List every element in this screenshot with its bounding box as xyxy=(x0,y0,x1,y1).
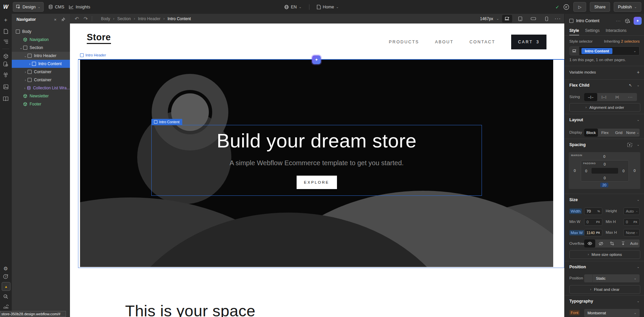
overflow-auto-option[interactable]: Auto xyxy=(629,239,640,247)
design-canvas[interactable]: Store PRODUCTS ABOUT CONTACT CART 3 Intr… xyxy=(70,24,564,317)
intro-content-selection[interactable]: Build your dream store A simple Webflow … xyxy=(151,125,482,196)
add-variable-mode-icon[interactable]: + xyxy=(637,70,640,75)
tab-style[interactable]: Style xyxy=(569,26,579,35)
element-options-icon[interactable]: ··· xyxy=(616,19,621,23)
nav-link-about[interactable]: ABOUT xyxy=(435,40,454,44)
pages-icon[interactable] xyxy=(2,27,10,35)
libraries-icon[interactable] xyxy=(2,95,10,103)
help-icon[interactable]: ? xyxy=(2,272,10,280)
width-field[interactable]: 70% xyxy=(584,208,602,215)
chevron-right-icon[interactable]: › xyxy=(28,62,32,66)
hero-title[interactable]: Build your dream store xyxy=(217,129,416,152)
display-flex-option[interactable]: Flex xyxy=(598,129,612,137)
inheriting-count[interactable]: 2 selectors xyxy=(621,39,640,43)
display-none-option[interactable]: None⌄ xyxy=(626,129,640,137)
sizing-fixed-option[interactable]: |×| xyxy=(611,93,624,101)
navigator-item-collection-list[interactable]: › Collection List Wra... xyxy=(12,84,70,92)
chevron-right-icon[interactable]: › xyxy=(23,70,28,74)
padding-right-value[interactable]: 0 xyxy=(622,169,624,173)
padding-top-value[interactable]: 0 xyxy=(604,162,606,166)
ai-sparkle-button[interactable]: ✦ xyxy=(634,17,642,25)
navigator-item-body[interactable]: Body xyxy=(12,28,70,36)
explore-button[interactable]: EXPLORE xyxy=(297,176,337,189)
navigator-item-intro-content[interactable]: › Intro Content xyxy=(12,60,70,68)
chevron-icon[interactable]: ⌄ xyxy=(637,198,640,201)
float-and-clear-button[interactable]: ›Float and clear xyxy=(569,285,640,294)
settings-gear-icon[interactable]: ⚙ xyxy=(2,265,10,273)
selector-class-pill[interactable]: Intro Content xyxy=(581,48,612,54)
intro-header-tag[interactable]: Intro Header xyxy=(80,53,106,57)
insights-button[interactable]: Insights xyxy=(69,5,90,9)
max-width-field[interactable]: 1140PX xyxy=(584,229,602,236)
intro-content-tag[interactable]: Intro Content xyxy=(151,119,182,125)
overflow-scroll-option[interactable] xyxy=(617,239,629,247)
display-block-option[interactable]: Block xyxy=(584,129,598,137)
assets-icon[interactable] xyxy=(2,83,10,91)
undo-icon[interactable]: ↶ xyxy=(75,16,79,22)
navigator-item-newsletter[interactable]: Newsletter xyxy=(12,92,70,100)
sizing-more-option[interactable]: ··· xyxy=(624,93,637,101)
design-mode-button[interactable]: Design ⌄ xyxy=(13,2,44,12)
cms-button[interactable]: CMS xyxy=(48,5,64,9)
overflow-visible-option[interactable] xyxy=(584,239,595,247)
breakpoint-phone-landscape-button[interactable] xyxy=(528,15,538,22)
nav-link-products[interactable]: PRODUCTS xyxy=(389,40,419,44)
navigator-item-container[interactable]: › Container xyxy=(12,76,70,84)
nav-link-contact[interactable]: CONTACT xyxy=(469,40,495,44)
navigator-icon[interactable] xyxy=(2,38,10,46)
sizing-shrink-option[interactable]: →|← xyxy=(584,93,597,101)
search-icon[interactable] xyxy=(2,292,10,301)
navigator-item-navigation[interactable]: Navigation xyxy=(12,36,70,44)
min-height-field[interactable]: 0PX xyxy=(623,218,640,226)
chevron-down-icon[interactable]: ⌄ xyxy=(19,46,23,50)
breakpoint-desktop-button[interactable] xyxy=(502,15,512,22)
tab-settings[interactable]: Settings xyxy=(585,26,600,35)
more-breakpoints-icon[interactable]: ··· xyxy=(555,16,561,22)
chevron-down-icon[interactable]: ⌄ xyxy=(634,49,636,53)
clear-icon[interactable] xyxy=(584,274,593,282)
feedback-clouds-icon[interactable] xyxy=(2,303,10,311)
navigator-item-footer[interactable]: Footer xyxy=(12,100,70,108)
chevron-right-icon[interactable]: › xyxy=(23,86,27,90)
max-height-field[interactable]: None- xyxy=(623,229,640,236)
padding-widget[interactable]: PADDING 0 0 0 0 xyxy=(581,160,629,182)
breakpoint-tablet-button[interactable] xyxy=(515,15,525,22)
variables-icon[interactable] xyxy=(2,71,10,79)
close-icon[interactable]: × xyxy=(54,17,56,22)
add-element-icon[interactable]: + xyxy=(2,16,10,24)
height-field[interactable]: Auto- xyxy=(623,208,640,215)
site-logo[interactable]: Store xyxy=(87,32,111,44)
chevron-icon[interactable]: ⌄ xyxy=(637,84,640,87)
tab-interactions[interactable]: Interactions xyxy=(606,26,627,35)
spacing-options-icon[interactable] xyxy=(627,143,632,147)
comments-icon[interactable] xyxy=(563,4,570,10)
more-size-options-button[interactable]: ›More size options xyxy=(569,250,640,259)
page-selector[interactable]: Home ⌄ xyxy=(317,5,339,9)
redo-icon[interactable]: ↷ xyxy=(84,16,88,22)
chevron-down-icon[interactable]: ⌄ xyxy=(496,17,499,20)
font-select[interactable]: Montserrat ⌄ xyxy=(584,309,640,317)
preview-button[interactable]: ▷ xyxy=(573,2,586,12)
share-button[interactable]: Share xyxy=(590,2,610,12)
breadcrumb-section[interactable]: Section xyxy=(117,16,131,21)
position-select[interactable]: Static ⌄ xyxy=(584,274,640,282)
ai-assistant-button[interactable]: ✦ xyxy=(312,55,321,64)
chevron-icon[interactable]: ⌄ xyxy=(637,300,640,303)
alignment-and-order-button[interactable]: ›Alignment and order xyxy=(569,103,640,112)
overflow-hidden-option[interactable] xyxy=(595,239,606,247)
publish-button[interactable]: Publish ⌄ xyxy=(614,2,641,12)
breadcrumb-intro-header[interactable]: Intro Header xyxy=(138,16,160,21)
section-heading[interactable]: This is your space xyxy=(125,302,256,317)
components-icon[interactable] xyxy=(2,52,10,60)
padding-bottom-value[interactable]: 0 xyxy=(604,176,606,180)
padding-left-value[interactable]: 0 xyxy=(585,169,587,173)
overflow-clip-option[interactable] xyxy=(606,239,617,247)
min-width-field[interactable]: 0PX xyxy=(584,218,602,226)
cart-button[interactable]: CART 3 xyxy=(511,35,546,49)
breakpoint-phone-portrait-button[interactable] xyxy=(541,15,552,22)
chevron-icon[interactable]: ⌄ xyxy=(637,143,640,146)
styles-icon[interactable] xyxy=(2,60,10,68)
display-grid-option[interactable]: Grid xyxy=(612,129,626,137)
webflow-logo-icon[interactable]: W xyxy=(0,4,11,10)
chevron-icon[interactable]: ⌄ xyxy=(637,265,640,269)
